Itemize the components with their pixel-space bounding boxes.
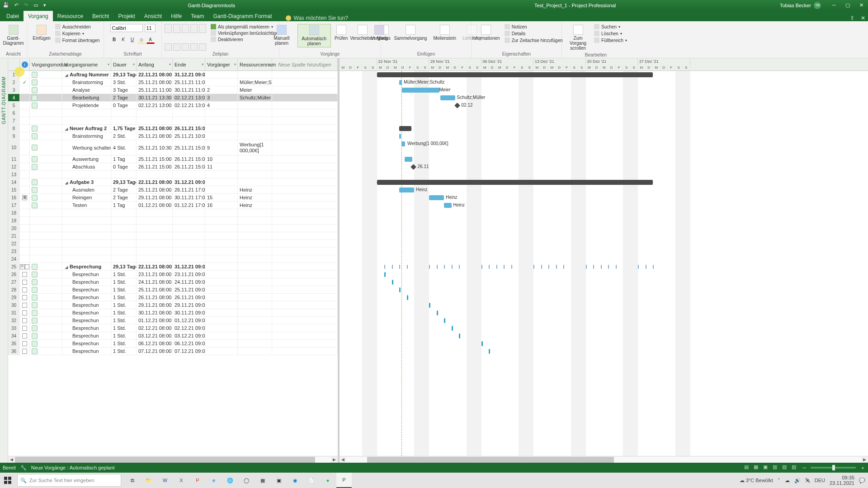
- table-row[interactable]: 7: [8, 117, 338, 125]
- col-add[interactable]: Neue Spalte hinzufügen: [272, 58, 338, 70]
- qa-customize-icon[interactable]: ▾: [43, 2, 46, 8]
- table-row[interactable]: 11Auswertung1 Tag25.11.21 15:0026.11.21 …: [8, 155, 338, 163]
- edge-icon[interactable]: ◉: [288, 473, 303, 488]
- tell-me[interactable]: Was möchten Sie tun?: [286, 15, 348, 21]
- unlink-button[interactable]: [190, 43, 198, 51]
- onedrive-icon[interactable]: ☁: [785, 478, 790, 483]
- gantt-chart[interactable]: 22 Nov '2129 Nov '2106 Dez '2113 Dez '21…: [340, 58, 868, 463]
- table-row[interactable]: 34Besprechun1 Std.03.12.21 08:0003.12.21…: [8, 332, 338, 340]
- share-icon[interactable]: ⇪: [850, 15, 854, 21]
- view-strip[interactable]: GANTT-DIAGRAMM: [0, 58, 8, 463]
- outdent-button[interactable]: [165, 43, 172, 51]
- task-bar[interactable]: [399, 134, 401, 139]
- table-row[interactable]: 29Besprechun1 Std.26.11.21 08:0026.11.21…: [8, 294, 338, 301]
- maximize-button[interactable]: ▢: [841, 0, 854, 10]
- notepad-icon[interactable]: 📄: [304, 473, 319, 488]
- col-mode[interactable]: Vorgangsmodus: [30, 58, 62, 70]
- tab-team[interactable]: Team: [186, 11, 208, 21]
- insert-deliverable-button[interactable]: Lieferung: [461, 24, 483, 42]
- undo-icon[interactable]: ↶: [14, 2, 19, 8]
- link-button[interactable]: [182, 43, 189, 51]
- collapse-icon[interactable]: ◢: [64, 181, 69, 185]
- table-row[interactable]: 24: [8, 255, 338, 263]
- insert-summary-button[interactable]: Sammelvorgang: [392, 24, 429, 42]
- fill-color-button[interactable]: ◇: [137, 36, 146, 44]
- insert-task-button[interactable]: Vorgang: [369, 24, 389, 42]
- indent-button[interactable]: [173, 43, 180, 51]
- view-network-icon[interactable]: ▥: [771, 464, 779, 471]
- table-row[interactable]: 14◢Aufgabe 329,13 Tage22.11.21 08:0031.1…: [8, 178, 338, 186]
- start-button[interactable]: [0, 473, 15, 488]
- table-row[interactable]: 33Besprechun1 Std.02.12.21 08:0002.12.21…: [8, 324, 338, 332]
- table-row[interactable]: 8◢Neuer Auftrag 21,75 Tage25.11.21 08:00…: [8, 125, 338, 132]
- powerpoint-icon[interactable]: P: [190, 473, 205, 488]
- auto-schedule-button[interactable]: Automatisch planen: [297, 24, 331, 47]
- font-color-button[interactable]: A: [146, 36, 155, 44]
- volume-icon[interactable]: 🔊: [794, 478, 801, 483]
- collapse-icon[interactable]: ◢: [64, 127, 69, 131]
- notifications-icon[interactable]: 💬: [859, 478, 865, 483]
- table-row[interactable]: 32Besprechun1 Std.01.12.21 08:0001.12.21…: [8, 317, 338, 324]
- table-row[interactable]: 26Besprechun1 Std.23.11.21 08:0023.11.21…: [8, 271, 338, 278]
- summary-bar[interactable]: [377, 180, 653, 185]
- user-area[interactable]: Tobias Becker TB: [774, 2, 827, 9]
- inspect-button[interactable]: Prüfen: [334, 24, 349, 42]
- cut-button[interactable]: Ausschneiden: [55, 24, 100, 29]
- col-name[interactable]: Vorgangsname: [62, 58, 111, 70]
- table-row[interactable]: 31Besprechun1 Std.30.11.21 08:0030.11.21…: [8, 309, 338, 317]
- table-row[interactable]: 25◢Besprechung29,13 Tage22.11.21 08:0031…: [8, 263, 338, 271]
- fill-button[interactable]: Füllbereich▾: [594, 38, 627, 43]
- split-button[interactable]: [199, 43, 206, 51]
- add-timeline-button[interactable]: Zur Zeitachse hinzufügen: [505, 38, 563, 43]
- taskbar-search[interactable]: 🔍 Zur Suche Text hier eingeben: [17, 474, 121, 487]
- table-row[interactable]: 20: [8, 225, 338, 232]
- scroll-to-task-button[interactable]: Zum Vorgang scrollen: [565, 24, 591, 52]
- view-gantt-icon[interactable]: ▤: [742, 464, 750, 471]
- table-row[interactable]: 21: [8, 232, 338, 240]
- view-board-icon[interactable]: ▣: [761, 464, 769, 471]
- details-button[interactable]: Details: [505, 31, 563, 36]
- explorer-icon[interactable]: 📁: [141, 473, 156, 488]
- task-bar[interactable]: [399, 188, 414, 192]
- table-row[interactable]: 3Analyse3 Tage25.11.21 11:0030.11.21 11:…: [8, 86, 338, 94]
- task-bar[interactable]: [489, 349, 490, 354]
- table-row[interactable]: 36Besprechun1 Std.07.12.21 08:0007.12.21…: [8, 347, 338, 355]
- table-row[interactable]: 22: [8, 240, 338, 248]
- table-row[interactable]: 23: [8, 248, 338, 255]
- task-bar[interactable]: [402, 88, 439, 93]
- table-row[interactable]: 28Besprechun1 Std.25.11.21 08:0025.11.21…: [8, 286, 338, 294]
- task-bar[interactable]: [444, 203, 452, 208]
- view-usage-icon[interactable]: ▦: [752, 464, 760, 471]
- task-bar[interactable]: [407, 295, 408, 300]
- table-row[interactable]: 18: [8, 209, 338, 217]
- zoom-slider[interactable]: [811, 467, 856, 469]
- table-row[interactable]: 30Besprechun1 Std.29.11.21 08:0029.11.21…: [8, 301, 338, 309]
- app-icon-2[interactable]: ▣: [271, 473, 287, 488]
- touch-icon[interactable]: ▭: [33, 2, 38, 8]
- col-dur[interactable]: Dauer: [111, 58, 137, 70]
- view-resource-icon[interactable]: ▨: [790, 464, 798, 471]
- gantt-view-button[interactable]: Gantt- Diagramm: [1, 24, 25, 47]
- milestone[interactable]: [454, 103, 460, 108]
- task-bar[interactable]: [429, 303, 430, 308]
- weather-widget[interactable]: ☁ 3°C Bewölkt: [740, 478, 773, 483]
- font-size-input[interactable]: [145, 24, 156, 32]
- obs-icon[interactable]: ◯: [239, 473, 254, 488]
- col-start[interactable]: Anfang: [137, 58, 173, 70]
- tab-vorgang[interactable]: Vorgang: [24, 11, 53, 21]
- task-bar[interactable]: [401, 141, 405, 146]
- milestone[interactable]: [410, 164, 416, 170]
- collapse-icon[interactable]: ◢: [64, 73, 69, 77]
- table-row[interactable]: 13: [8, 171, 338, 178]
- task-bar[interactable]: [481, 341, 483, 346]
- table-row[interactable]: 2✓Brainstorming3 Std.25.11.21 08:0025.11…: [8, 79, 338, 86]
- close-ribbon-icon[interactable]: ✕: [861, 15, 865, 21]
- view-calendar-icon[interactable]: ▧: [780, 464, 788, 471]
- table-row[interactable]: 35Besprechun1 Std.06.12.21 08:0006.12.21…: [8, 340, 338, 347]
- task-bar[interactable]: [399, 80, 402, 85]
- font-name-input[interactable]: [110, 24, 143, 32]
- tab-ressource[interactable]: Ressource: [53, 11, 88, 21]
- tray-chevron-icon[interactable]: ˄: [778, 478, 780, 483]
- collapse-icon[interactable]: ◢: [64, 265, 69, 269]
- lang-indicator[interactable]: DEU: [815, 478, 825, 483]
